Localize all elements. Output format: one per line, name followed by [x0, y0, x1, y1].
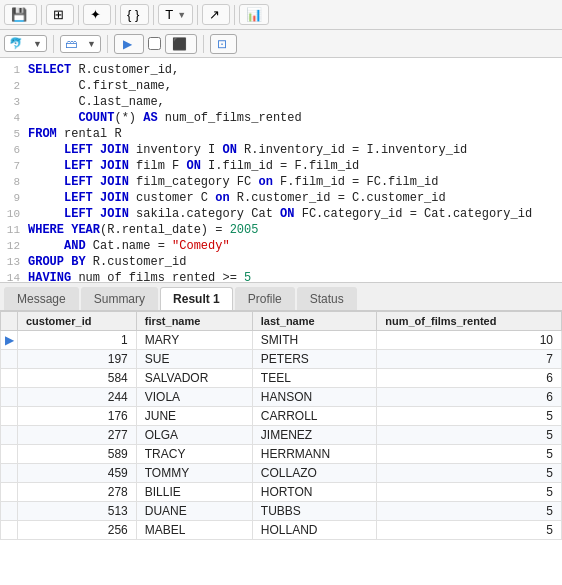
cell-customer_id: 513 — [18, 502, 137, 521]
chart-icon: 📊 — [246, 7, 262, 22]
line-number: 8 — [0, 174, 28, 190]
explain-button[interactable]: ⊡ — [210, 34, 237, 54]
row-indicator — [1, 350, 18, 369]
connection-bar: 🐬 ▼ 🗃 ▼ ▶ ⬛ ⊡ — [0, 30, 562, 58]
line-code: SELECT R.customer_id, — [28, 62, 562, 78]
cell-first_name: OLGA — [136, 426, 252, 445]
code-snippet-button[interactable]: { } — [120, 4, 149, 25]
line-number: 2 — [0, 78, 28, 94]
cell-last_name: HOLLAND — [252, 521, 376, 540]
line-code: LEFT JOIN inventory I ON R.inventory_id … — [28, 142, 562, 158]
code-line: 1SELECT R.customer_id, — [0, 62, 562, 78]
cell-customer_id: 244 — [18, 388, 137, 407]
cell-first_name: JUNE — [136, 407, 252, 426]
run-all-checkbox[interactable] — [148, 37, 161, 50]
table-row[interactable]: 256MABELHOLLAND5 — [1, 521, 562, 540]
line-number: 1 — [0, 62, 28, 78]
table-row[interactable]: 277OLGAJIMENEZ5 — [1, 426, 562, 445]
database-select[interactable]: 🗃 ▼ — [60, 35, 101, 53]
cell-customer_id: 459 — [18, 464, 137, 483]
table-row[interactable]: 278BILLIEHORTON5 — [1, 483, 562, 502]
mysql-dropdown-arrow: ▼ — [33, 39, 42, 49]
cell-customer_id: 197 — [18, 350, 137, 369]
mysql-icon: 🐬 — [9, 37, 23, 50]
line-number: 4 — [0, 110, 28, 126]
cell-last_name: PETERS — [252, 350, 376, 369]
col-header-first_name: first_name — [136, 312, 252, 331]
row-indicator — [1, 521, 18, 540]
beautify-sql-button[interactable]: ✦ — [83, 4, 111, 25]
stop-button[interactable]: ⬛ — [165, 34, 197, 54]
run-all-checkbox-wrap — [148, 37, 161, 50]
result-area: customer_idfirst_namelast_namenum_of_fil… — [0, 311, 562, 585]
cell-num_of_films_rented: 5 — [377, 464, 562, 483]
line-code: COUNT(*) AS num_of_films_rented — [28, 110, 562, 126]
cell-num_of_films_rented: 6 — [377, 388, 562, 407]
table-row[interactable]: 244VIOLAHANSON6 — [1, 388, 562, 407]
tab-result1[interactable]: Result 1 — [160, 287, 233, 310]
cell-num_of_films_rented: 5 — [377, 502, 562, 521]
cell-customer_id: 256 — [18, 521, 137, 540]
query-builder-icon: ⊞ — [53, 7, 64, 22]
cell-last_name: JIMENEZ — [252, 426, 376, 445]
code-snippet-icon: { } — [127, 7, 139, 22]
conn-separator-2 — [107, 35, 108, 53]
text-button[interactable]: T ▼ — [158, 4, 193, 25]
toolbar-separator-3 — [115, 5, 116, 25]
table-row[interactable]: 589TRACYHERRMANN5 — [1, 445, 562, 464]
chart-button[interactable]: 📊 — [239, 4, 269, 25]
save-button[interactable]: 💾 — [4, 4, 37, 25]
table-row[interactable]: 197SUEPETERS7 — [1, 350, 562, 369]
row-indicator — [1, 426, 18, 445]
row-indicator — [1, 483, 18, 502]
export-result-button[interactable]: ↗ — [202, 4, 230, 25]
table-row[interactable]: ▶1MARYSMITH10 — [1, 331, 562, 350]
mysql-connection-select[interactable]: 🐬 ▼ — [4, 35, 47, 52]
cell-last_name: COLLAZO — [252, 464, 376, 483]
line-number: 10 — [0, 206, 28, 222]
cell-first_name: VIOLA — [136, 388, 252, 407]
export-icon: ↗ — [209, 7, 220, 22]
tab-profile[interactable]: Profile — [235, 287, 295, 310]
cell-num_of_films_rented: 5 — [377, 521, 562, 540]
result-tabs: MessageSummaryResult 1ProfileStatus — [0, 283, 562, 311]
sql-editor[interactable]: 1SELECT R.customer_id,2 C.first_name,3 C… — [0, 58, 562, 283]
cell-last_name: HANSON — [252, 388, 376, 407]
cell-customer_id: 589 — [18, 445, 137, 464]
row-indicator — [1, 407, 18, 426]
cell-customer_id: 176 — [18, 407, 137, 426]
result-table-body: ▶1MARYSMITH10197SUEPETERS7584SALVADORTEE… — [1, 331, 562, 540]
cell-last_name: TUBBS — [252, 502, 376, 521]
query-builder-button[interactable]: ⊞ — [46, 4, 74, 25]
tab-message[interactable]: Message — [4, 287, 79, 310]
table-row[interactable]: 459TOMMYCOLLAZO5 — [1, 464, 562, 483]
cell-first_name: MABEL — [136, 521, 252, 540]
tab-status[interactable]: Status — [297, 287, 357, 310]
cell-num_of_films_rented: 6 — [377, 369, 562, 388]
toolbar-separator-5 — [197, 5, 198, 25]
beautify-icon: ✦ — [90, 7, 101, 22]
row-indicator-header — [1, 312, 18, 331]
save-icon: 💾 — [11, 7, 27, 22]
line-code: LEFT JOIN customer C on R.customer_id = … — [28, 190, 562, 206]
cell-last_name: SMITH — [252, 331, 376, 350]
result-table-header: customer_idfirst_namelast_namenum_of_fil… — [1, 312, 562, 331]
line-code: LEFT JOIN sakila.category Cat ON FC.cate… — [28, 206, 562, 222]
line-number: 14 — [0, 270, 28, 283]
code-line: 10 LEFT JOIN sakila.category Cat ON FC.c… — [0, 206, 562, 222]
cell-first_name: TRACY — [136, 445, 252, 464]
table-row[interactable]: 176JUNECARROLL5 — [1, 407, 562, 426]
cell-num_of_films_rented: 10 — [377, 331, 562, 350]
code-line: 4 COUNT(*) AS num_of_films_rented — [0, 110, 562, 126]
toolbar-separator-6 — [234, 5, 235, 25]
row-indicator: ▶ — [1, 331, 18, 350]
table-row[interactable]: 584SALVADORTEEL6 — [1, 369, 562, 388]
code-line: 8 LEFT JOIN film_category FC on F.film_i… — [0, 174, 562, 190]
cell-num_of_films_rented: 7 — [377, 350, 562, 369]
tab-summary[interactable]: Summary — [81, 287, 158, 310]
line-number: 6 — [0, 142, 28, 158]
text-dropdown-arrow: ▼ — [177, 10, 186, 20]
table-row[interactable]: 513DUANETUBBS5 — [1, 502, 562, 521]
cell-num_of_films_rented: 5 — [377, 483, 562, 502]
run-button[interactable]: ▶ — [114, 34, 144, 54]
